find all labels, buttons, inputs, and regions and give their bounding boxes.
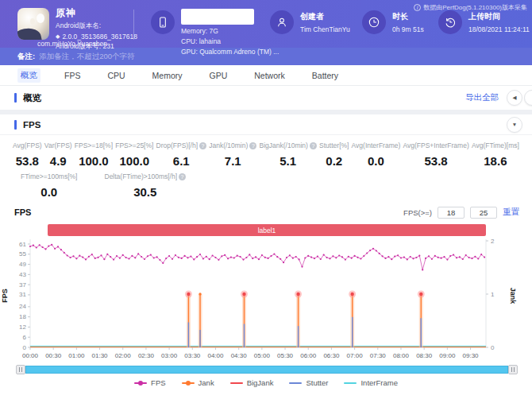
edge-panel-handle[interactable] xyxy=(524,90,532,106)
duration-clock-icon xyxy=(362,10,386,34)
tab-GPU[interactable]: GPU xyxy=(206,69,231,82)
device-memory: Memory: 7G xyxy=(181,27,279,35)
overview-title: 概览 xyxy=(23,92,41,104)
svg-text:02:00: 02:00 xyxy=(115,352,132,359)
metric-value: 5.1 xyxy=(260,154,317,168)
collapse-left-button[interactable]: ◀ xyxy=(507,90,522,106)
metric-label: Avg(FTime)[ms] xyxy=(472,141,519,149)
scrollbar-track[interactable] xyxy=(25,366,508,374)
collapse-panel-button[interactable]: ▼ xyxy=(507,117,522,133)
chart-title: FPS xyxy=(14,207,31,217)
legend-label: Stutter xyxy=(306,378,328,387)
device-name-redacted xyxy=(181,9,254,25)
svg-text:05:30: 05:30 xyxy=(277,352,294,359)
chart-scrollbar xyxy=(16,365,518,374)
svg-text:01:00: 01:00 xyxy=(68,352,85,359)
scrollbar-right-handle[interactable] xyxy=(508,365,518,374)
tab-概览[interactable]: 概览 xyxy=(17,68,40,83)
header-divider xyxy=(133,10,134,40)
svg-text:18: 18 xyxy=(19,313,26,320)
reset-button[interactable]: 重置 xyxy=(503,207,519,218)
svg-text:00:30: 00:30 xyxy=(45,352,62,359)
tab-Battery[interactable]: Battery xyxy=(309,69,341,82)
tab-bar: 概览FPSCPUMemoryGPUNetworkBattery xyxy=(0,65,532,86)
app-icon xyxy=(17,8,49,40)
legend-item-FPS[interactable]: FPS xyxy=(134,378,165,387)
fps-panel-title: FPS xyxy=(23,120,40,130)
collector-note: i 数据由PerfDog(5.1.210300)版本采集 xyxy=(414,3,527,12)
report-header: 原神 Android版本名: ◆ 2.0.0_3513686_3617618 A… xyxy=(0,0,532,48)
svg-text:FPS: FPS xyxy=(1,289,9,303)
metric-value: 100.0 xyxy=(115,154,153,168)
metric-value: 0.2 xyxy=(319,154,349,168)
legend-item-BigJank[interactable]: BigJank xyxy=(230,378,274,387)
legend-label: BigJank xyxy=(247,378,274,387)
info-icon[interactable]: ? xyxy=(249,142,256,149)
export-all-button[interactable]: 导出全部 xyxy=(465,92,499,103)
metric-item: Avg(FPS+InterFrame)53.8 xyxy=(403,141,469,168)
metric-item: FTime>=100ms[%]0.0 xyxy=(21,172,78,199)
metric-label: Avg(InterFrame) xyxy=(352,141,401,149)
bigjank-marker xyxy=(242,293,245,296)
metric-item: Jank(/10min)?7.1 xyxy=(209,141,256,168)
metric-value: 18.6 xyxy=(472,154,519,168)
svg-text:07:30: 07:30 xyxy=(370,352,387,359)
fps-threshold-input-1[interactable] xyxy=(438,207,465,219)
svg-text:0: 0 xyxy=(23,344,27,351)
svg-text:04:00: 04:00 xyxy=(207,352,224,359)
metric-value: 0.0 xyxy=(21,185,78,199)
svg-text:2: 2 xyxy=(491,238,495,245)
legend-marker xyxy=(344,380,357,386)
title-accent-bar xyxy=(14,120,17,130)
legend-item-InterFrame[interactable]: InterFrame xyxy=(344,378,397,387)
info-icon[interactable]: ? xyxy=(179,173,186,180)
metric-value: 7.1 xyxy=(209,154,256,168)
svg-text:12: 12 xyxy=(19,324,26,331)
legend-item-Stutter[interactable]: Stutter xyxy=(289,378,328,387)
info-icon: i xyxy=(414,4,421,11)
info-icon[interactable]: ? xyxy=(199,142,206,149)
remark-placeholder: 添加备注，不超过200个字符 xyxy=(39,52,134,62)
metric-label: FTime>=100ms[%] xyxy=(21,172,78,180)
metric-item: Stutter[%]0.2 xyxy=(319,141,349,168)
metric-label: Avg(FPS+InterFrame) xyxy=(403,141,469,149)
app-package: com.miHoYo.Yuanshen xyxy=(37,40,107,48)
tab-Network[interactable]: Network xyxy=(251,69,288,82)
fps-threshold-input-2[interactable] xyxy=(470,207,497,219)
metric-item: Var(FPS)4.9 xyxy=(44,141,72,168)
remark-label: 备注: xyxy=(17,52,35,62)
device-cpu: CPU: lahaina xyxy=(181,37,279,45)
scrollbar-left-handle[interactable] xyxy=(16,365,25,374)
svg-text:1: 1 xyxy=(491,291,495,298)
tab-CPU[interactable]: CPU xyxy=(104,69,128,82)
metric-value: 53.8 xyxy=(403,154,469,168)
metric-label: Var(FPS) xyxy=(44,141,72,149)
metric-value: 0.0 xyxy=(352,154,401,168)
metric-label: Jank(/10min)? xyxy=(209,141,256,149)
metric-value: 4.9 xyxy=(44,154,72,168)
tab-FPS[interactable]: FPS xyxy=(61,69,83,82)
fps-metrics-row-2: FTime>=100ms[%]0.0Delta(FTime)>100ms[/h]… xyxy=(0,168,532,199)
metric-value: 6.1 xyxy=(156,154,206,168)
bigjank-marker xyxy=(187,293,190,296)
app-title: 原神 xyxy=(56,6,137,20)
fps-chart[interactable]: 6155494337312418126021000:0000:3001:0001… xyxy=(0,236,532,363)
creator-value: Tim ChenTianYu xyxy=(300,25,350,33)
legend-marker xyxy=(134,380,147,386)
upload-time-icon xyxy=(438,10,462,34)
legend-item-Jank[interactable]: Jank xyxy=(182,378,214,387)
legend-label: Jank xyxy=(199,378,214,387)
axis-labels: 6155494337312418126021000:0000:3001:0001… xyxy=(1,238,517,360)
bigjank-marker xyxy=(419,293,422,296)
metric-value: 30.5 xyxy=(105,185,187,199)
info-icon[interactable]: ? xyxy=(310,142,317,149)
duration-value: 0h 9m 51s xyxy=(392,25,424,33)
tab-Memory[interactable]: Memory xyxy=(149,69,186,82)
jank-marker xyxy=(199,293,201,295)
title-accent-bar xyxy=(14,93,17,103)
svg-text:Jank: Jank xyxy=(509,288,517,305)
phone-icon xyxy=(151,10,175,34)
svg-text:55: 55 xyxy=(19,250,26,258)
metric-item: Avg(FPS)53.8 xyxy=(13,141,42,168)
svg-text:00:00: 00:00 xyxy=(22,352,39,359)
